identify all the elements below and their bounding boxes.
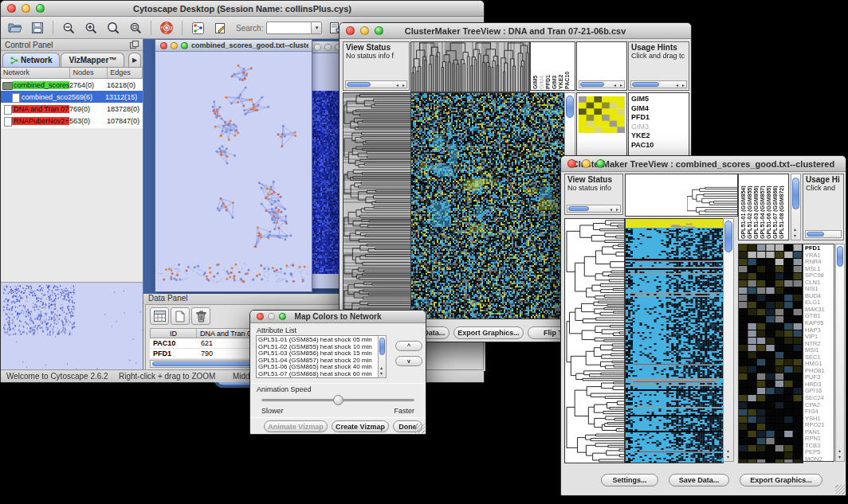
matrix-row-label[interactable]: YKE2 [631, 131, 686, 141]
view-status-message: No status info [565, 184, 622, 192]
close-button[interactable] [567, 159, 576, 168]
close-button[interactable] [7, 4, 16, 13]
view-status-scrollbar[interactable]: ◂▸ [567, 205, 621, 213]
resize-grip[interactable] [835, 485, 845, 494]
minimize-button[interactable] [171, 42, 178, 49]
zoom-heatmap-canvas[interactable] [738, 244, 803, 463]
array-column-label[interactable]: GPL51-03 (GSM856) [753, 175, 759, 239]
close-button[interactable] [314, 44, 321, 51]
network-table-row[interactable]: DNA and Tran 07 769(0) 183728(0) [1, 103, 143, 115]
settings-button[interactable]: Settings... [601, 474, 658, 486]
minimize-button[interactable] [324, 44, 332, 51]
matrix-row-label[interactable]: PAC10 [631, 141, 686, 150]
global-heatmap-canvas[interactable] [410, 92, 565, 319]
resize-grip[interactable] [415, 424, 425, 433]
create-vizmap-button[interactable]: Create Vizmap [332, 420, 389, 432]
matrix-row-label[interactable]: GIM5 [631, 95, 686, 104]
tab-vizmapper[interactable]: VizMapper™ [61, 53, 124, 67]
column-dendrogram-canvas[interactable] [410, 41, 530, 92]
move-up-button[interactable]: ^ [395, 341, 422, 351]
minimize-button[interactable] [268, 313, 275, 320]
network-table-row[interactable]: combined_scores 2764(0) 16218(0) [1, 79, 143, 91]
zoom-selected-button[interactable] [104, 19, 123, 37]
tab-overflow-arrow[interactable]: ▶ [128, 53, 141, 67]
zoom-button[interactable] [375, 26, 383, 35]
new-attribute-button[interactable] [171, 307, 190, 325]
animation-speed-slider[interactable] [261, 395, 414, 406]
gene-list-scrollbar[interactable]: ▴▾ [835, 244, 845, 462]
tab-network[interactable]: Network [2, 53, 60, 67]
zoom-in-button[interactable] [81, 19, 100, 37]
network-table-row[interactable]: RNAPuberNov2+ 563(0) 107847(0) [1, 115, 143, 127]
row-dendrogram-canvas[interactable] [564, 218, 625, 463]
usage-hints-scrollbar[interactable] [805, 230, 842, 238]
minimize-button[interactable] [582, 159, 591, 168]
close-button[interactable] [346, 26, 355, 35]
gene-label[interactable]: MON2 [805, 456, 832, 462]
divider [250, 383, 426, 384]
network-col-header[interactable]: Network [1, 68, 70, 78]
array-column-label[interactable]: GPL51-07 (GSM868) [772, 175, 778, 239]
minimize-button[interactable] [22, 4, 30, 13]
zoom-fit-button[interactable] [126, 19, 145, 37]
column-dendrogram-canvas[interactable] [625, 174, 738, 217]
search-dropdown-arrow[interactable]: ▾ [311, 22, 321, 33]
save-button[interactable] [28, 19, 47, 37]
attribute-list[interactable]: GPL51-01 (GSM854) heat shock 05 minGPL51… [256, 335, 387, 378]
network-view-titlebar[interactable]: combined_scores_good.txt--cluste... [155, 40, 312, 52]
treeview2-titlebar[interactable]: ClusterMaker TreeView : combined_scores_… [561, 156, 846, 172]
id-col-header[interactable]: ID [151, 329, 197, 338]
move-down-button[interactable]: v [395, 356, 422, 366]
view-status-scrollbar[interactable]: ◂▸ [345, 80, 407, 88]
similarity-matrix-canvas[interactable] [579, 96, 625, 133]
delete-attribute-button[interactable] [191, 307, 210, 325]
matrix-row-label[interactable]: GIM3 [631, 123, 686, 132]
close-button[interactable] [160, 42, 167, 49]
vizmap-button[interactable] [188, 19, 207, 37]
zoom-button[interactable] [181, 42, 188, 49]
nodes-col-header[interactable]: Nodes [70, 68, 108, 78]
attribute-table-button[interactable] [150, 307, 169, 325]
animate-vizmap-button[interactable]: Animate Vizmap [264, 420, 328, 432]
zoom-button[interactable] [279, 313, 286, 320]
main-titlebar[interactable]: Cytoscape Desktop (Session Name: collins… [1, 1, 484, 17]
array-column-label[interactable]: GPL51-04 (GSM857) [760, 175, 765, 239]
network-table-row[interactable]: combined_sco 2569(6) 13112(15) [1, 91, 143, 103]
help-lifering-button[interactable] [157, 19, 176, 37]
minimize-button[interactable] [360, 26, 369, 35]
search-input[interactable]: ▾ [266, 21, 322, 34]
export-graphics-button[interactable]: Export Graphics... [740, 474, 822, 486]
heatmap-vscrollbar[interactable]: ▴▾ [723, 218, 734, 462]
attribute-list-scrollbar[interactable]: ▴▾ [378, 335, 387, 378]
matrix-column-labels: GIM5GIM4PFD1GIM3YKE2PAC10 [530, 41, 575, 91]
zoomview-hscrollbar[interactable]: ◂▸ [579, 80, 625, 88]
birdseye-overview-canvas[interactable] [1, 282, 143, 371]
array-column-label[interactable]: GPL51-02 (GSM855) [747, 175, 752, 239]
close-button[interactable] [257, 313, 264, 320]
save-data-button[interactable]: Save Data... [669, 474, 729, 486]
attribute-list-item[interactable]: GPL51-07 (GSM868) heat shock 60 min [258, 371, 384, 378]
array-column-label[interactable]: GPL51-08 (GSM872) [779, 175, 784, 239]
network-graph-canvas[interactable] [155, 52, 312, 291]
zoom-button[interactable] [596, 159, 605, 168]
slider-thumb[interactable] [333, 395, 344, 405]
float-panel-icon[interactable] [130, 41, 139, 49]
zoom-button[interactable] [36, 4, 45, 13]
row-dendrogram-canvas[interactable] [343, 92, 411, 319]
export-graphics-button[interactable]: Export Graphics... [453, 326, 524, 339]
network-view-title: combined_scores_good.txt--cluste... [191, 41, 308, 49]
global-heatmap-canvas[interactable] [625, 218, 724, 463]
annotation-button[interactable] [210, 19, 230, 37]
treeview1-titlebar[interactable]: ClusterMaker TreeView : DNA and Tran 07-… [340, 23, 691, 39]
zoom-out-button[interactable] [59, 19, 78, 37]
open-folder-button[interactable] [6, 19, 25, 37]
column-labels-scrollbar[interactable]: ▴▾ [791, 174, 801, 240]
array-column-label[interactable]: GPL51-06 (GSM865) [766, 175, 771, 239]
edges-col-header[interactable]: Edges [108, 68, 143, 78]
usage-hints-scrollbar[interactable]: ◂▸ [630, 80, 687, 88]
array-column-label[interactable]: GPL51-01 (GSM854) [740, 175, 746, 239]
dialog-titlebar[interactable]: Map Colors to Network [250, 311, 426, 323]
matrix-row-label[interactable]: GIM4 [631, 104, 686, 114]
matrix-row-label[interactable]: PFD1 [631, 113, 686, 123]
network-view-window[interactable]: combined_scores_good.txt--cluste... [155, 39, 312, 292]
